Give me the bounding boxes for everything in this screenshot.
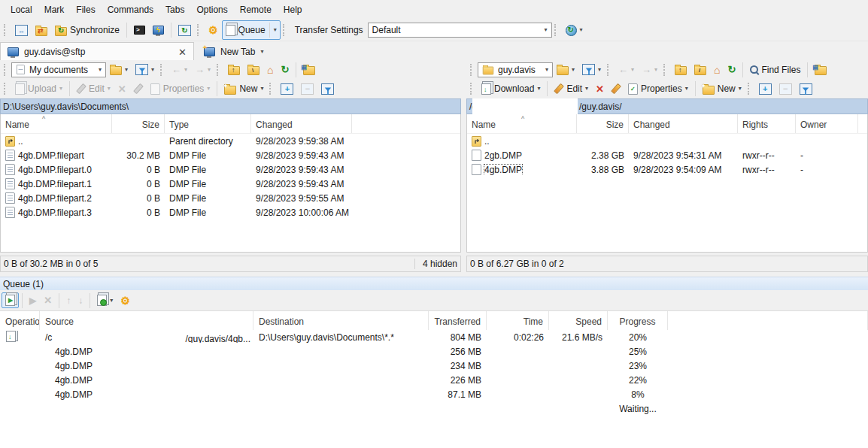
queue-column-operation[interactable]: Operation [0,311,40,330]
find-files-button[interactable]: Find Files [746,62,804,77]
table-row[interactable]: 4gb.DMP.filepart.2 0 B DMP File 9/28/202… [1,191,460,205]
local-sync-browsing-button[interactable]: ▤ [299,62,319,77]
remote-back-button[interactable]: ←▾ [615,62,638,77]
menu-help[interactable]: Help [278,1,308,19]
toolbar-grip[interactable] [217,64,220,76]
remote-delete-button[interactable]: ✕ [592,82,608,96]
menu-tabs[interactable]: Tabs [159,1,190,19]
queue-row[interactable]: ↓ /c /guy.davis/4gb... D:\Users\guy.davi… [0,330,868,344]
remote-new-button[interactable]: ✦ New ▾ [699,81,745,97]
menu-remote[interactable]: Remote [234,1,278,19]
sync-folders-button[interactable]: ⇄ [32,23,51,38]
menu-options[interactable]: Options [190,1,233,19]
remote-open-directory-button[interactable]: ▾ [553,62,578,77]
toolbar-grip[interactable] [4,64,8,76]
toolbar-grip[interactable] [663,64,667,76]
local-column-size[interactable]: Size [112,114,165,133]
menu-mark[interactable]: Mark [38,1,71,19]
local-filter-toggle-button[interactable] [317,81,338,97]
toolbar-grip[interactable] [470,83,474,95]
queue-row[interactable]: Waiting... [0,401,868,416]
local-path-bar[interactable]: D:\Users\guy.davis\Documents\ [0,98,461,114]
local-refresh-button[interactable]: ↻ [278,62,293,77]
local-home-directory-button[interactable]: ⌂ [263,62,277,77]
table-row[interactable]: 4gb.DMP.filepart 30.2 MB DMP File 9/28/2… [1,148,460,162]
queue-column-destination[interactable]: Destination [253,311,429,330]
queue-row[interactable]: 4gb.DMP 87.1 MB 8% [0,387,868,401]
queue-move-up-button[interactable]: ↑ [62,294,74,307]
local-add-filter-button[interactable]: + [277,81,297,97]
remote-filter-toggle-button[interactable] [796,81,816,97]
table-row[interactable]: .. [467,134,867,148]
toolbar-grip[interactable] [160,64,164,76]
remote-properties-button[interactable]: ✓ Properties ▾ [624,81,692,97]
queue-toggle-button[interactable]: Queue ▾ [222,20,281,40]
queue-cycle-button[interactable]: ▾ [93,292,117,308]
upload-button[interactable]: Upload ▾ [11,81,66,97]
remote-parent-directory-button[interactable]: ↑ [671,62,690,77]
toolbar-grip[interactable] [197,24,201,36]
menu-commands[interactable]: Commands [102,1,159,19]
table-row[interactable]: 4gb.DMP 3.88 GB 9/28/2023 9:54:09 AM rwx… [467,162,867,177]
local-column-type[interactable]: Type [165,114,251,133]
queue-column-progress[interactable]: Progress [608,311,668,330]
toolbar-grip[interactable] [470,64,474,76]
remote-root-directory-button[interactable]: / [690,62,710,77]
local-new-button[interactable]: ✦ New ▾ [220,81,267,97]
toolbar-grip[interactable] [283,24,287,36]
local-properties-button[interactable]: Properties ▾ [147,81,214,97]
transfer-options-button[interactable]: ↻ ▾ [562,23,587,38]
toolbar-grip[interactable] [607,64,611,76]
remote-rename-button[interactable] [608,81,624,96]
remote-remove-filter-button[interactable]: − [775,81,796,97]
toolbar-grip[interactable] [269,83,273,95]
queue-column-transferred[interactable]: Transferred [429,311,487,330]
queue-resume-button[interactable]: ▶ [26,294,40,307]
local-filter-button[interactable]: ▾ [132,62,158,77]
queue-row[interactable]: 4gb.DMP 226 MB 22% [0,373,868,387]
local-column-name[interactable]: Name [1,114,112,133]
queue-row[interactable]: 4gb.DMP 234 MB 23% [0,359,868,373]
queue-column-speed[interactable]: Speed [549,311,608,330]
local-location-combo[interactable]: My documents ▾ [11,62,106,77]
local-open-directory-button[interactable]: ▾ [106,62,132,77]
table-row[interactable]: 4gb.DMP.filepart.0 0 B DMP File 9/28/202… [1,162,460,177]
remote-column-changed[interactable]: Changed [629,114,738,133]
toolbar-grip[interactable] [4,83,8,95]
split-panels-button[interactable]: ↔ [11,23,32,38]
remote-filter-button[interactable]: ▾ [578,62,605,77]
synchronize-button[interactable]: ↻ Synchronize [51,23,123,38]
local-remove-filter-button[interactable]: − [297,81,317,97]
preferences-button[interactable]: ⚙ [205,23,222,38]
remote-column-owner[interactable]: Owner [796,114,858,133]
remote-forward-button[interactable]: →▾ [638,62,661,77]
refresh-session-button[interactable]: ↻ [175,23,195,38]
session-tab[interactable]: guy.davis@sftp ✕ [0,42,194,61]
queue-delete-button[interactable]: ✕ [40,293,56,307]
remote-refresh-button[interactable]: ↻ [724,62,740,77]
new-tab-button[interactable]: ✦ New Tab ▾ [197,42,271,61]
table-row[interactable]: 4gb.DMP.filepart.1 0 B DMP File 9/28/202… [1,177,460,191]
remote-column-size[interactable]: Size [577,114,629,133]
toolbar-grip[interactable] [4,24,8,36]
local-rename-button[interactable] [130,81,147,96]
remote-column-rights[interactable]: Rights [738,114,796,133]
table-row[interactable]: .. Parent directory 9/28/2023 9:59:38 AM [1,134,460,148]
queue-row[interactable]: 4gb.DMP 256 MB 25% [0,344,868,359]
local-edit-button[interactable]: Edit ▾ [73,81,114,96]
local-parent-directory-button[interactable]: ↑ [224,62,244,77]
local-root-directory-button[interactable]: \ [244,62,263,77]
remote-location-combo[interactable]: guy.davis ▾ [478,62,553,77]
table-row[interactable]: 4gb.DMP.filepart.3 0 B DMP File 9/28/202… [1,205,460,219]
chevron-down-icon[interactable]: ▾ [274,27,277,33]
remote-edit-button[interactable]: Edit ▾ [551,81,592,96]
remote-sync-browsing-button[interactable]: ▤ [811,62,830,77]
table-row[interactable]: 2gb.DMP 2.38 GB 9/28/2023 9:54:31 AM rwx… [467,148,867,162]
remote-add-filter-button[interactable]: + [755,81,775,97]
close-icon[interactable]: ✕ [178,47,187,58]
local-column-changed[interactable]: Changed [251,114,352,133]
toolbar-grip[interactable] [554,24,558,36]
local-back-button[interactable]: ←▾ [168,62,191,77]
queue-preferences-button[interactable]: ⚙ [117,293,134,308]
queue-move-down-button[interactable]: ↓ [74,294,86,307]
